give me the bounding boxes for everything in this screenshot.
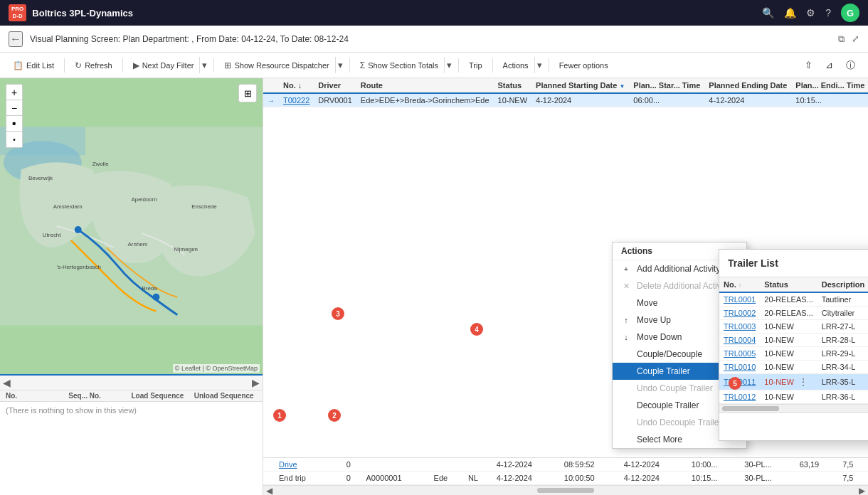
drow-desc: LRR-29-L bbox=[817, 347, 868, 361]
dth-status[interactable]: Status bbox=[760, 277, 817, 292]
th-plan-end-date[interactable]: Planned Ending Date bbox=[704, 78, 791, 93]
dialog-table-row-selected[interactable]: TRL0011 10-NEW ⋮ LRR-35-L LRR-35-L-L – bbox=[719, 374, 868, 390]
toolbar-sep-6 bbox=[492, 58, 493, 73]
th-route[interactable]: Route bbox=[356, 78, 494, 93]
dialog-table-wrap[interactable]: No. ↑ Status Description Registration No… bbox=[719, 277, 868, 404]
br-t1: 08:59:52 bbox=[560, 458, 620, 472]
map-extra-button[interactable]: ■ bbox=[6, 116, 22, 132]
show-section-totals-dropdown[interactable]: ▾ bbox=[444, 57, 454, 73]
scroll-left-button[interactable]: ◀ bbox=[3, 377, 11, 388]
dialog-table-row[interactable]: TRL0003 10-NEW LRR-27-L LRR-27-L-L – TAU… bbox=[719, 320, 868, 334]
br-v2: 7,5 bbox=[838, 458, 868, 472]
dialog-table-row[interactable]: TRL0001 20-RELEAS... Tautliner OV-77-XF … bbox=[719, 292, 868, 307]
next-day-filter-dropdown[interactable]: ▾ bbox=[199, 57, 209, 73]
fewer-options-button[interactable]: Fewer options bbox=[554, 58, 614, 73]
drow-status: 20-RELEAS... bbox=[760, 292, 817, 307]
zoom-out-button[interactable]: − bbox=[6, 100, 22, 116]
svg-text:Utrecht: Utrecht bbox=[43, 232, 61, 238]
svg-text:Beverwijk: Beverwijk bbox=[28, 175, 53, 181]
map-attribution: © Leaflet | © OpenStreetMap bbox=[173, 364, 260, 373]
drow-status: 10-NEW ⋮ bbox=[760, 374, 817, 390]
row-plan-start-time: 06:00... bbox=[629, 93, 704, 107]
drow-no: TRL0004 bbox=[719, 334, 760, 347]
share-icon[interactable]: ⇧ bbox=[799, 57, 818, 73]
drow-status: 10-NEW bbox=[760, 361, 817, 374]
bottom-row-drive[interactable]: Drive 0 4-12-2024 08:59:52 4-12-2024 10:… bbox=[263, 458, 868, 472]
gear-icon[interactable]: ⚙ bbox=[806, 7, 815, 18]
dialog-table-row[interactable]: TRL0004 10-NEW LRR-28-L LRR-28-L-L – TAU… bbox=[719, 334, 868, 347]
dth-description[interactable]: Description bbox=[817, 277, 868, 292]
main-hscrollbar[interactable]: ◀ ▶ bbox=[263, 485, 868, 495]
actions-dropdown[interactable]: ▾ bbox=[534, 57, 544, 73]
main-table-wrap[interactable]: No. ↓ Driver Route Status Planned Starti… bbox=[263, 78, 868, 485]
bottom-row-endtrip[interactable]: End trip 0 A0000001 Ede NL 4-12-2024 10:… bbox=[263, 472, 868, 485]
br-date1: 4-12-2024 bbox=[492, 458, 560, 472]
move-down-icon: ↓ bbox=[621, 333, 631, 341]
drow-status: 10-NEW bbox=[760, 347, 817, 361]
show-section-totals-group: Σ Show Section Totals ▾ bbox=[354, 57, 454, 73]
drow-status: 20-RELEAS... bbox=[760, 307, 817, 320]
th-arrow bbox=[263, 78, 279, 93]
external-link-icon[interactable]: ⧉ bbox=[838, 33, 845, 45]
scroll-right-button[interactable]: ▶ bbox=[252, 377, 260, 388]
row-driver: DRV0001 bbox=[314, 93, 356, 107]
maximize-icon[interactable]: ⤢ bbox=[852, 33, 859, 45]
refresh-icon: ↻ bbox=[75, 60, 82, 70]
dialog-table-row[interactable]: TRL0002 20-RELEAS... Citytrailer OV-82-G… bbox=[719, 307, 868, 320]
show-resource-dispatcher-dropdown[interactable]: ▾ bbox=[335, 57, 345, 73]
hscroll-right-button[interactable]: ▶ bbox=[857, 486, 867, 496]
edit-list-icon: 📋 bbox=[13, 60, 23, 70]
th-plan-start-date[interactable]: Planned Starting Date ▼ bbox=[531, 78, 629, 93]
zoom-in-button[interactable]: + bbox=[6, 85, 22, 100]
hscroll-left-button[interactable]: ◀ bbox=[265, 486, 274, 496]
drow-desc: LRR-34-L bbox=[817, 361, 868, 374]
dialog-hscrollbar[interactable] bbox=[719, 404, 868, 412]
dialog-table-row[interactable]: TRL0005 10-NEW LRR-29-L LRR-29-L-L – TAU… bbox=[719, 347, 868, 361]
dth-no[interactable]: No. ↑ bbox=[719, 277, 760, 292]
show-resource-dispatcher-group: ⊞ Show Resource Dispatcher ▾ bbox=[218, 57, 344, 73]
left-table-empty: (There is nothing to show in this view) bbox=[0, 402, 263, 419]
th-plan-end-time[interactable]: Plan... Endi... Time ▼ bbox=[791, 78, 868, 93]
refresh-button[interactable]: ↻ Refresh bbox=[69, 58, 118, 73]
th-driver[interactable]: Driver bbox=[314, 78, 356, 93]
map-layers-button[interactable]: ⊞ bbox=[238, 84, 257, 102]
drow-no: TRL0003 bbox=[719, 320, 760, 334]
map-container[interactable]: Beverwijk Zwolle Amsterdam Apeldoorn Ens… bbox=[0, 78, 263, 374]
trip-button[interactable]: Trip bbox=[463, 58, 488, 73]
show-section-totals-button[interactable]: Σ Show Section Totals bbox=[354, 58, 444, 73]
row-status: 10-NEW bbox=[494, 93, 532, 107]
toolbar-sep-7 bbox=[549, 58, 549, 73]
scroll-arrows: ◀ ▶ bbox=[0, 376, 263, 390]
th-status[interactable]: Status bbox=[494, 78, 532, 93]
user-avatar[interactable]: G bbox=[841, 4, 859, 22]
br-arrow bbox=[263, 458, 275, 472]
br2-seq bbox=[329, 472, 342, 485]
map-dot-button[interactable]: • bbox=[6, 132, 22, 147]
info-icon[interactable]: ⓘ bbox=[840, 56, 861, 75]
help-icon[interactable]: ? bbox=[825, 7, 831, 18]
next-day-filter-button[interactable]: ▶ Next Day Filter bbox=[127, 58, 200, 73]
search-icon[interactable]: 🔍 bbox=[762, 7, 774, 18]
svg-text:Amsterdam: Amsterdam bbox=[53, 203, 83, 210]
dialog-table-row[interactable]: TRL0010 10-NEW LRR-34-L LRR-34-L-L – TAU… bbox=[719, 361, 868, 374]
row-route: Ede>EDE+>Breda->Gorinchem>Ede bbox=[356, 93, 494, 107]
br2-date1: 4-12-2024 bbox=[492, 472, 560, 485]
badge-1: 1 bbox=[273, 409, 286, 422]
drow-no: TRL0010 bbox=[719, 361, 760, 374]
th-no[interactable]: No. ↓ bbox=[279, 78, 314, 93]
app-title-area: PRO D-D Boltrics 3PL-Dynamics bbox=[9, 4, 133, 21]
table-row[interactable]: → T00222 DRV0001 Ede>EDE+>Breda->Gorinch… bbox=[263, 93, 868, 107]
filter-icon[interactable]: ⊿ bbox=[820, 57, 839, 73]
drow-no: TRL0012 bbox=[719, 390, 760, 404]
bell-icon[interactable]: 🔔 bbox=[784, 7, 796, 18]
edit-list-button[interactable]: 📋 Edit List bbox=[7, 58, 60, 73]
drow-desc: LRR-27-L bbox=[817, 320, 868, 334]
back-button[interactable]: ← bbox=[9, 31, 23, 47]
th-plan-start-time[interactable]: Plan... Star... Time bbox=[629, 78, 704, 93]
row-more-icon[interactable]: ⋮ bbox=[796, 376, 810, 388]
dialog-table-row[interactable]: TRL0012 10-NEW LRR-36-L LRR-36-L-L – TAU… bbox=[719, 390, 868, 404]
row-plan-start-date: 4-12-2024 bbox=[531, 93, 629, 107]
actions-button[interactable]: Actions bbox=[497, 58, 534, 73]
br2-t1: 10:00:50 bbox=[560, 472, 620, 485]
show-resource-dispatcher-button[interactable]: ⊞ Show Resource Dispatcher bbox=[218, 58, 334, 73]
